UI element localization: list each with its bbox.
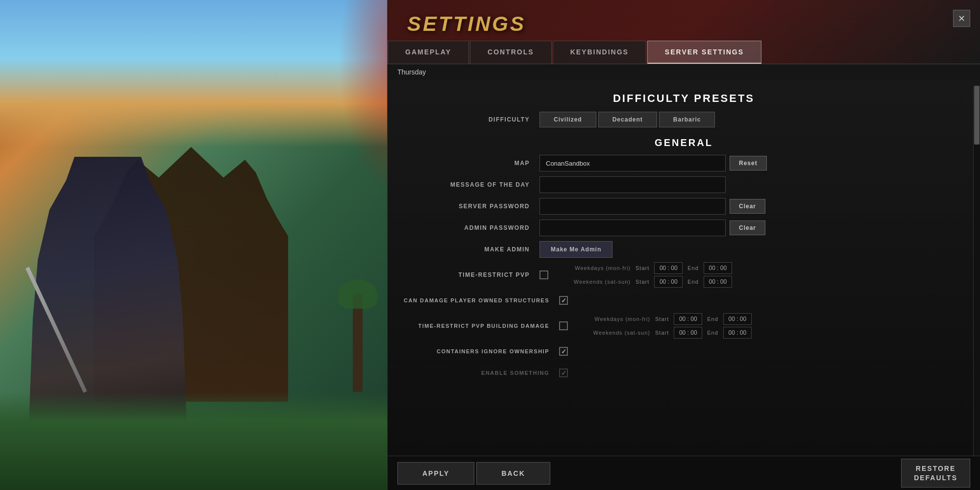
map-reset-button[interactable]: Reset: [730, 156, 767, 171]
red-smoke-effect: [338, 0, 387, 196]
server-password-clear-button[interactable]: Clear: [730, 199, 765, 214]
map-controls: Reset: [539, 155, 965, 172]
pvp-building-weekends-start-label: Start: [655, 330, 669, 336]
make-admin-button[interactable]: Make Me Admin: [539, 241, 612, 258]
pvp-building-weekdays-start-input[interactable]: [674, 313, 702, 325]
time-restrict-pvp-building-checkbox[interactable]: [559, 321, 568, 330]
admin-password-controls: Clear: [539, 220, 965, 236]
difficulty-controls: Civilized Decadent Barbaric: [539, 112, 965, 127]
apply-button[interactable]: APPLY: [397, 462, 474, 485]
bottom-bar: APPLY BACK RESTOREDEFAULTS: [388, 456, 980, 490]
pvp-weekdays-end-label: End: [687, 265, 699, 271]
pvp-weekdays-label: Weekdays (mon-fri): [552, 265, 631, 271]
time-restrict-pvp-building-row: TIME-RESTRICT PVP BUILDING DAMAGE Weekda…: [402, 313, 965, 339]
containers-ownership-label: CONTAINERS IGNORE OWNERSHIP: [402, 348, 559, 354]
time-restrict-pvp-label: TIME-RESTRICT PVP: [402, 271, 539, 278]
tree-trunk: [353, 294, 363, 392]
message-of-day-input[interactable]: [539, 176, 726, 193]
message-of-day-label: MESSAGE OF THE DAY: [402, 181, 539, 188]
can-damage-checkbox[interactable]: [559, 296, 568, 305]
preset-barbaric[interactable]: Barbaric: [659, 112, 715, 127]
day-label: Thursday: [388, 64, 980, 80]
pvp-building-weekends-label: Weekends (sat-sun): [572, 330, 650, 336]
settings-inner: SETTINGS ✕ GAMEPLAY CONTROLS KEYBINDINGS…: [388, 0, 980, 490]
time-restrict-pvp-controls: Weekdays (mon-fri) Start End Weekends (s…: [539, 262, 965, 288]
difficulty-label: DIFFICULTY: [402, 116, 539, 123]
general-section-title: GENERAL: [402, 137, 965, 148]
map-input[interactable]: [539, 155, 726, 172]
difficulty-section-title: DIFFICULTY PRESETS: [402, 92, 965, 105]
enable-something-label: ENABLE SOMETHING: [402, 370, 559, 376]
can-damage-controls: [559, 296, 965, 305]
make-admin-controls: Make Me Admin: [539, 241, 965, 258]
message-controls: [539, 176, 965, 193]
pvp-weekdays-row: Weekdays (mon-fri) Start End: [552, 262, 732, 274]
enable-something-controls: [559, 368, 965, 377]
containers-ownership-row: CONTAINERS IGNORE OWNERSHIP: [402, 343, 965, 360]
server-password-label: SERVER PASSWORD: [402, 203, 539, 210]
admin-password-row: ADMIN PASSWORD Clear: [402, 219, 965, 237]
server-password-row: SERVER PASSWORD Clear: [402, 197, 965, 215]
time-restrict-pvp-building-label: TIME-RESTRICT PVP BUILDING DAMAGE: [402, 323, 559, 329]
tab-gameplay[interactable]: GAMEPLAY: [388, 41, 469, 64]
difficulty-row: DIFFICULTY Civilized Decadent Barbaric: [402, 111, 965, 128]
preset-civilized[interactable]: Civilized: [539, 112, 596, 127]
pvp-building-weekdays-row: Weekdays (mon-fri) Start End: [572, 313, 752, 325]
preset-buttons: Civilized Decadent Barbaric: [539, 112, 715, 127]
pvp-weekends-start-label: Start: [636, 279, 649, 285]
tab-server-settings[interactable]: SERVER SETTINGS: [647, 41, 761, 64]
map-label: MAP: [402, 160, 539, 167]
pvp-weekends-start-input[interactable]: [654, 276, 683, 288]
containers-ownership-controls: [559, 347, 965, 356]
preset-decadent[interactable]: Decadent: [598, 112, 657, 127]
pvp-building-weekdays-label: Weekdays (mon-fri): [572, 316, 650, 322]
game-screenshot-panel: [0, 0, 387, 490]
admin-password-clear-button[interactable]: Clear: [730, 220, 765, 235]
tab-controls[interactable]: CONTROLS: [470, 41, 552, 64]
time-restrict-pvp-checkbox[interactable]: [539, 270, 548, 279]
message-of-day-row: MESSAGE OF THE DAY: [402, 176, 965, 194]
close-button[interactable]: ✕: [953, 10, 970, 27]
admin-password-input[interactable]: [539, 220, 726, 236]
pvp-building-weekends-row: Weekends (sat-sun) Start End: [572, 327, 752, 339]
enable-something-checkbox[interactable]: [559, 368, 568, 377]
pvp-building-weekends-end-label: End: [707, 330, 718, 336]
pvp-building-weekdays-end-input[interactable]: [723, 313, 752, 325]
pvp-building-weekends-start-input[interactable]: [674, 327, 702, 339]
containers-ownership-checkbox[interactable]: [559, 347, 568, 356]
make-admin-label: MAKE ADMIN: [402, 246, 539, 253]
grass-bg: [0, 392, 387, 490]
pvp-weekdays-start-label: Start: [636, 265, 649, 271]
pvp-weekdays-end-input[interactable]: [704, 262, 732, 274]
tree-top: [338, 279, 377, 309]
settings-title: SETTINGS: [407, 12, 526, 35]
pvp-weekends-row: Weekends (sat-sun) Start End: [552, 276, 732, 288]
settings-title-area: SETTINGS ✕: [388, 0, 980, 36]
map-row: MAP Reset: [402, 154, 965, 172]
tab-keybindings[interactable]: KEYBINDINGS: [553, 41, 646, 64]
pvp-building-time-container: Weekdays (mon-fri) Start End Weekends (s…: [572, 313, 752, 339]
admin-password-label: ADMIN PASSWORD: [402, 224, 539, 231]
pvp-weekdays-start-input[interactable]: [654, 262, 683, 274]
can-damage-row: CAN DAMAGE PLAYER OWNED STRUCTURES: [402, 292, 965, 309]
pvp-weekends-end-input[interactable]: [704, 276, 732, 288]
sky-bg: [0, 0, 387, 147]
restore-defaults-button[interactable]: RESTOREDEFAULTS: [901, 459, 970, 487]
settings-panel: SETTINGS ✕ GAMEPLAY CONTROLS KEYBINDINGS…: [387, 0, 980, 490]
pvp-weekends-label: Weekends (sat-sun): [552, 279, 631, 285]
can-damage-label: CAN DAMAGE PLAYER OWNED STRUCTURES: [402, 297, 559, 303]
pvp-building-weekdays-start-label: Start: [655, 316, 669, 322]
scrollbar-thumb[interactable]: [974, 86, 980, 145]
tabs-navigation: GAMEPLAY CONTROLS KEYBINDINGS SERVER SET…: [388, 41, 980, 64]
time-restrict-pvp-building-controls: Weekdays (mon-fri) Start End Weekends (s…: [559, 313, 965, 339]
back-button[interactable]: BACK: [476, 462, 550, 485]
settings-content[interactable]: DIFFICULTY PRESETS DIFFICULTY Civilized …: [388, 80, 980, 456]
server-password-controls: Clear: [539, 198, 965, 215]
time-restrict-pvp-row: TIME-RESTRICT PVP Weekdays (mon-fri) Sta…: [402, 262, 965, 288]
pvp-building-weekdays-end-label: End: [707, 316, 718, 322]
scrollbar-track[interactable]: [973, 86, 980, 456]
enable-something-row: ENABLE SOMETHING: [402, 364, 965, 382]
pvp-building-weekends-end-input[interactable]: [723, 327, 752, 339]
make-admin-row: MAKE ADMIN Make Me Admin: [402, 241, 965, 258]
server-password-input[interactable]: [539, 198, 726, 215]
